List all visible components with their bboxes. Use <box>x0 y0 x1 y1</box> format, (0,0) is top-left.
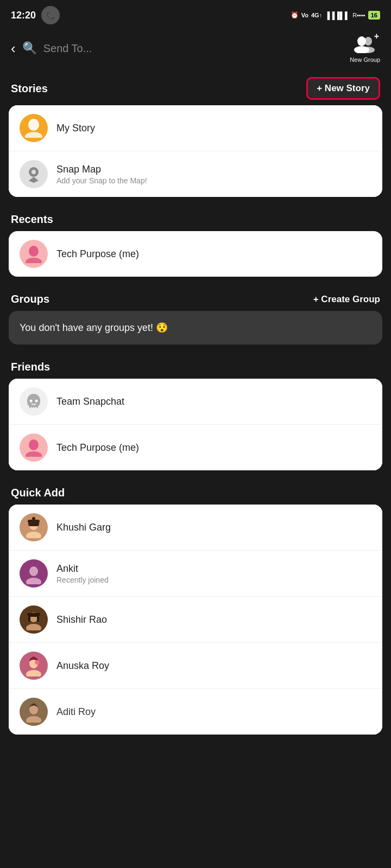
snap-map-item[interactable]: Snap Map Add your Snap to the Map! <box>9 151 382 197</box>
search-send-to[interactable]: Send To... <box>43 42 92 55</box>
team-snapchat-item[interactable]: Team Snapchat <box>9 379 382 424</box>
anuska-roy-item[interactable]: Anuska Roy <box>9 642 382 688</box>
team-snapchat-text: Team Snapchat <box>56 396 124 407</box>
friends-tech-purpose-text: Tech Purpose (me) <box>56 442 139 454</box>
svg-rect-29 <box>27 613 40 616</box>
recents-tech-purpose-name: Tech Purpose (me) <box>56 248 139 260</box>
vo-label: Vo <box>301 12 308 18</box>
groups-empty-text: You don't have any groups yet! 😯 <box>20 322 168 333</box>
svg-point-21 <box>29 566 38 576</box>
snap-map-sub: Add your Snap to the Map! <box>56 176 147 185</box>
new-story-button[interactable]: + New Story <box>306 77 380 100</box>
ankit-item[interactable]: Ankit Recently joined <box>9 550 382 596</box>
aditi-roy-item[interactable]: Aditi Roy <box>9 688 382 735</box>
khushi-garg-avatar <box>20 513 48 541</box>
quick-add-section-header: Quick Add <box>0 479 391 505</box>
snap-map-text: Snap Map Add your Snap to the Map! <box>56 164 147 185</box>
recents-section-header: Recents <box>0 206 391 231</box>
shishir-rao-text: Shishir Rao <box>56 614 107 626</box>
quick-add-title: Quick Add <box>11 487 65 499</box>
team-snapchat-avatar <box>20 387 48 416</box>
svg-rect-28 <box>37 615 39 622</box>
call-icon: 📞 <box>41 6 60 24</box>
quick-add-card: Khushi Garg Ankit Recently joined <box>9 505 382 735</box>
alarm-icon: ⏰ <box>291 11 299 19</box>
groups-section-header: Groups + Create Group <box>0 285 391 311</box>
svg-rect-27 <box>28 615 30 622</box>
signal-bars: ▐▐▐▌▌ <box>325 11 350 20</box>
my-story-item[interactable]: My Story <box>9 105 382 151</box>
svg-point-8 <box>29 246 39 257</box>
svg-point-13 <box>26 451 42 457</box>
svg-point-33 <box>35 660 39 665</box>
nav-left: ‹ 🔍 Send To... <box>11 40 350 57</box>
new-group-label: New Group <box>350 56 380 63</box>
recents-tech-purpose-item[interactable]: Tech Purpose (me) <box>9 231 382 277</box>
svg-point-12 <box>29 439 39 450</box>
svg-rect-19 <box>28 520 40 523</box>
battery-indicator: 16 <box>368 11 380 20</box>
friends-tech-purpose-avatar <box>20 433 48 462</box>
recents-tech-purpose-text: Tech Purpose (me) <box>56 248 139 260</box>
anuska-roy-text: Anuska Roy <box>56 660 109 672</box>
friends-title: Friends <box>11 361 50 373</box>
my-story-avatar <box>20 114 48 142</box>
svg-point-4 <box>28 119 39 131</box>
groups-title: Groups <box>11 293 49 305</box>
snap-map-avatar <box>20 160 48 188</box>
svg-point-9 <box>26 258 42 263</box>
top-nav: ‹ 🔍 Send To... + New Group <box>0 28 391 69</box>
aditi-roy-name: Aditi Roy <box>56 706 96 718</box>
khushi-garg-text: Khushi Garg <box>56 522 111 533</box>
status-time: 12:20 <box>11 10 36 21</box>
recents-title: Recents <box>11 213 53 226</box>
stories-title: Stories <box>11 82 48 95</box>
recents-card: Tech Purpose (me) <box>9 231 382 277</box>
my-story-text: My Story <box>56 123 95 134</box>
anuska-roy-name: Anuska Roy <box>56 660 109 672</box>
status-bar: 12:20 📞 ⏰ Vo 4G↑ ▐▐▐▌▌ R▪▪▪▪ 16 <box>0 0 391 28</box>
stories-card: My Story Snap Map Add your Snap to the M… <box>9 105 382 197</box>
friends-section-header: Friends <box>0 353 391 379</box>
friends-card: Team Snapchat Tech Purpose (me) <box>9 379 382 470</box>
recents-tech-purpose-avatar <box>20 240 48 268</box>
ankit-sub: Recently joined <box>56 576 109 584</box>
group-icon <box>353 34 377 53</box>
aditi-roy-avatar <box>20 698 48 726</box>
friends-tech-purpose-item[interactable]: Tech Purpose (me) <box>9 424 382 470</box>
create-group-button[interactable]: + Create Group <box>313 294 380 305</box>
khushi-garg-name: Khushi Garg <box>56 522 111 533</box>
new-group-button[interactable]: + New Group <box>350 34 380 63</box>
back-button[interactable]: ‹ <box>11 40 16 57</box>
svg-point-5 <box>25 132 42 138</box>
r-label: R▪▪▪▪ <box>352 12 365 18</box>
shishir-rao-name: Shishir Rao <box>56 614 107 626</box>
status-right-icons: ⏰ Vo 4G↑ ▐▐▐▌▌ R▪▪▪▪ 16 <box>291 11 380 20</box>
svg-point-3 <box>362 47 375 53</box>
team-snapchat-name: Team Snapchat <box>56 396 124 407</box>
ankit-avatar <box>20 559 48 588</box>
svg-point-7 <box>31 170 36 174</box>
search-icon: 🔍 <box>22 41 37 55</box>
ankit-text: Ankit Recently joined <box>56 563 109 584</box>
svg-point-11 <box>35 400 38 403</box>
svg-point-1 <box>364 37 372 46</box>
network-icon: 4G↑ <box>311 12 322 18</box>
groups-empty-state: You don't have any groups yet! 😯 <box>9 311 382 344</box>
svg-point-10 <box>30 400 33 403</box>
anuska-roy-avatar <box>20 652 48 680</box>
khushi-garg-item[interactable]: Khushi Garg <box>9 505 382 550</box>
shishir-rao-item[interactable]: Shishir Rao <box>9 596 382 642</box>
friends-tech-purpose-name: Tech Purpose (me) <box>56 442 139 454</box>
plus-badge: + <box>374 31 379 41</box>
snap-map-name: Snap Map <box>56 164 147 175</box>
shishir-rao-avatar <box>20 605 48 634</box>
stories-section-header: Stories + New Story <box>0 69 391 105</box>
my-story-name: My Story <box>56 123 95 134</box>
aditi-roy-text: Aditi Roy <box>56 706 96 718</box>
ankit-name: Ankit <box>56 563 109 575</box>
